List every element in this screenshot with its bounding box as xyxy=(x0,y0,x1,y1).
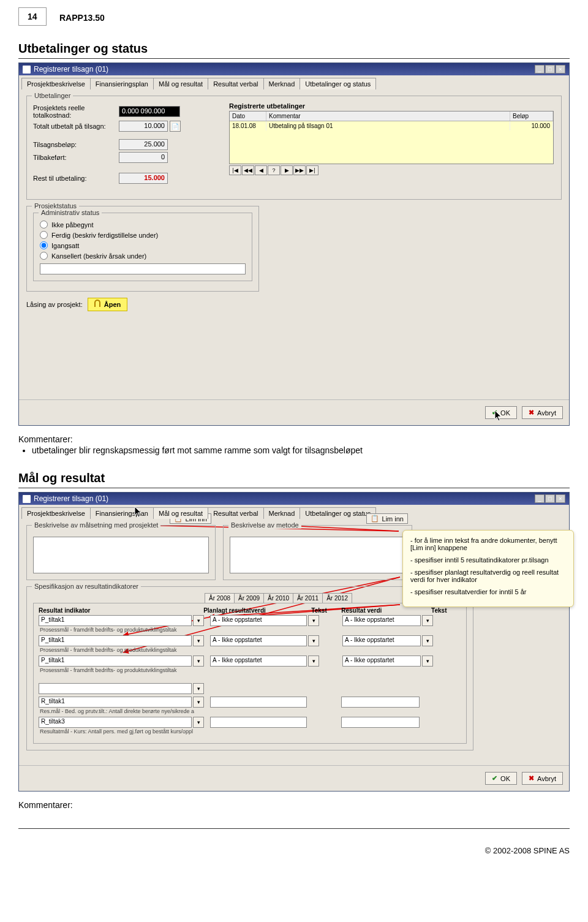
tab-prosjektbeskrivelse[interactable]: Prosjektbeskrivelse xyxy=(21,507,91,519)
indicator-dropdown-button[interactable]: ▾ xyxy=(193,683,204,694)
ok-button[interactable]: ✔OK xyxy=(485,772,517,785)
nav-first[interactable]: |◀ xyxy=(229,165,241,175)
tab-resultat-verbal[interactable]: Resultat verbal xyxy=(208,507,263,519)
radio-ikke-pabegynt[interactable] xyxy=(40,221,48,229)
indicator-description: Resultatmål - Kurs: Antall pers. med gj.… xyxy=(40,728,461,735)
tab-merknad[interactable]: Merknad xyxy=(263,78,301,89)
tab-utbetalinger-og-status[interactable]: Utbetalinger og status xyxy=(300,507,376,519)
nav-fastprev[interactable]: ◀◀ xyxy=(242,165,254,175)
indicator-dropdown-button[interactable]: ▾ xyxy=(193,717,204,728)
tab-merknad[interactable]: Merknad xyxy=(263,507,301,519)
form-icon xyxy=(23,495,31,503)
label-totalkostnad: Prosjektets reelle totalkostnad: xyxy=(33,104,119,119)
grid-col-belop[interactable]: Beløp xyxy=(510,111,553,121)
radio-label: Ferdig (beskriv ferdigstillelse under) xyxy=(51,232,158,239)
planlagt-combo[interactable]: A - Ikke oppstartet xyxy=(210,615,307,626)
screenshot-maal-og-resultat: Registrerer tilsagn (01) _ □ × Prosjektb… xyxy=(18,492,570,792)
radio-kansellert[interactable] xyxy=(40,252,48,260)
cell-dato: 18.01.08 xyxy=(230,121,266,130)
avbryt-button[interactable]: ✖Avbryt xyxy=(522,772,563,785)
status-text-input[interactable] xyxy=(40,263,246,274)
radio-ferdig[interactable] xyxy=(40,231,48,239)
indicator-name-input[interactable]: P_tiltak1 xyxy=(39,656,192,667)
year-tab-2010[interactable]: År 2010 xyxy=(263,593,293,603)
close-button[interactable]: × xyxy=(556,65,565,74)
tab-resultat-verbal[interactable]: Resultat verbal xyxy=(208,78,263,89)
year-tab-2012[interactable]: År 2012 xyxy=(322,593,352,603)
minimize-button[interactable]: _ xyxy=(535,494,545,503)
open-list-button[interactable]: 📄 xyxy=(170,121,181,132)
ok-label: OK xyxy=(500,775,510,782)
chevron-down-icon[interactable]: ▾ xyxy=(308,635,319,646)
indicator-dropdown-button[interactable]: ▾ xyxy=(193,635,204,646)
resultat-input[interactable] xyxy=(341,717,420,728)
year-tab-2008[interactable]: År 2008 xyxy=(205,593,235,603)
chevron-down-icon[interactable]: ▾ xyxy=(308,615,319,626)
tab-prosjektbeskrivelse[interactable]: Prosjektbeskrivelse xyxy=(21,78,91,89)
lock-icon xyxy=(94,300,100,307)
nav-next[interactable]: ▶ xyxy=(281,165,293,175)
indicator-dropdown-button[interactable]: ▾ xyxy=(193,656,204,667)
liminn-label: Lim inn xyxy=(382,515,404,523)
tab-maal-og-resultat[interactable]: Mål og resultat xyxy=(153,78,208,89)
radio-igangsatt[interactable] xyxy=(40,241,48,249)
resultat-combo[interactable]: A - Ikke oppstartet xyxy=(342,635,421,646)
indicator-name-input[interactable]: R_tiltak1 xyxy=(39,697,192,708)
legend-administrativ-status: Administrativ status xyxy=(39,209,102,216)
planlagt-combo[interactable]: A - Ikke oppstartet xyxy=(210,635,307,646)
indicator-name-input[interactable]: P_tiltak1 xyxy=(39,635,192,646)
indicator-description: Res.mål - Bed. og prutv.tilt.: Antall di… xyxy=(40,708,461,714)
grid-row[interactable]: 18.01.08 Utbetaling på tilsagn 01 10.000 xyxy=(230,121,553,130)
window-title: Registrerer tilsagn (01) xyxy=(34,65,108,74)
textarea-metode[interactable] xyxy=(230,537,405,573)
planlagt-input[interactable] xyxy=(210,697,307,708)
maximize-button[interactable]: □ xyxy=(545,494,555,503)
chevron-down-icon[interactable]: ▾ xyxy=(422,656,433,667)
legend-beskrivelse-metode: Beskrivelse av metode xyxy=(228,521,301,529)
nav-fastnext[interactable]: ▶▶ xyxy=(293,165,306,175)
close-button[interactable]: × xyxy=(556,494,565,503)
resultat-combo[interactable]: A - Ikke oppstartet xyxy=(342,656,421,667)
grid-col-dato[interactable]: Dato xyxy=(230,111,266,121)
indicator-dropdown-button[interactable]: ▾ xyxy=(193,615,204,626)
planlagt-combo[interactable]: A - Ikke oppstartet xyxy=(210,656,307,667)
chevron-down-icon[interactable]: ▾ xyxy=(308,656,319,667)
window-titlebar: Registrerer tilsagn (01) _ □ × xyxy=(19,493,569,505)
indicator-name-input[interactable] xyxy=(39,683,192,694)
nav-last[interactable]: ▶| xyxy=(306,165,318,175)
divider xyxy=(18,488,570,488)
liminn-button-right[interactable]: 📋 Lim inn xyxy=(366,513,408,524)
indicator-name-input[interactable]: R_tiltak3 xyxy=(39,717,192,728)
resultat-combo[interactable]: A - Ikke oppstartet xyxy=(342,615,421,626)
planlagt-input[interactable] xyxy=(210,717,307,728)
indicator-dropdown-button[interactable]: ▾ xyxy=(193,697,204,708)
maximize-button[interactable]: □ xyxy=(545,65,555,74)
avbryt-label: Avbryt xyxy=(537,775,556,782)
check-icon: ✔ xyxy=(492,774,497,782)
lock-toggle[interactable]: Åpen xyxy=(88,298,128,311)
resultat-input[interactable] xyxy=(341,697,420,708)
minimize-button[interactable]: _ xyxy=(535,65,545,74)
year-tab-2011[interactable]: År 2011 xyxy=(293,593,323,603)
tab-finansieringsplan[interactable]: Finansieringsplan xyxy=(90,78,154,89)
indicator-name-input[interactable]: P_tiltak1 xyxy=(39,615,192,626)
field-totalkostnad[interactable]: 0.000 090.000 xyxy=(119,106,180,117)
callout-line: - spesifiser planlagt resultatverdig og … xyxy=(410,569,566,583)
textarea-maalsetning[interactable] xyxy=(33,537,209,573)
spec-col-tekst2: Tekst xyxy=(431,607,461,614)
registrerte-utbetalinger-heading: Registrerte utbetalinger xyxy=(229,102,554,110)
nav-prev[interactable]: ◀ xyxy=(255,165,267,175)
avbryt-button[interactable]: ✖Avbryt xyxy=(522,406,563,419)
comments-label: Kommentarer: xyxy=(18,434,570,444)
chevron-down-icon[interactable]: ▾ xyxy=(422,635,433,646)
indicator-description: Prosessmål - framdrift bedrifts- og prod… xyxy=(40,627,461,633)
chevron-down-icon[interactable]: ▾ xyxy=(422,615,433,626)
page-ref: RAPP13.50 xyxy=(59,13,105,23)
tab-finansieringsplan[interactable]: Finansieringsplan xyxy=(90,507,154,519)
nav-query[interactable]: ? xyxy=(268,165,280,175)
tab-maal-og-resultat[interactable]: Mål og resultat xyxy=(153,507,208,519)
year-tab-2009[interactable]: År 2009 xyxy=(234,593,264,603)
section-title-maal: Mål og resultat xyxy=(18,471,570,485)
grid-col-kommentar[interactable]: Kommentar xyxy=(266,111,510,121)
tab-utbetalinger-og-status[interactable]: Utbetalinger og status xyxy=(300,78,376,89)
